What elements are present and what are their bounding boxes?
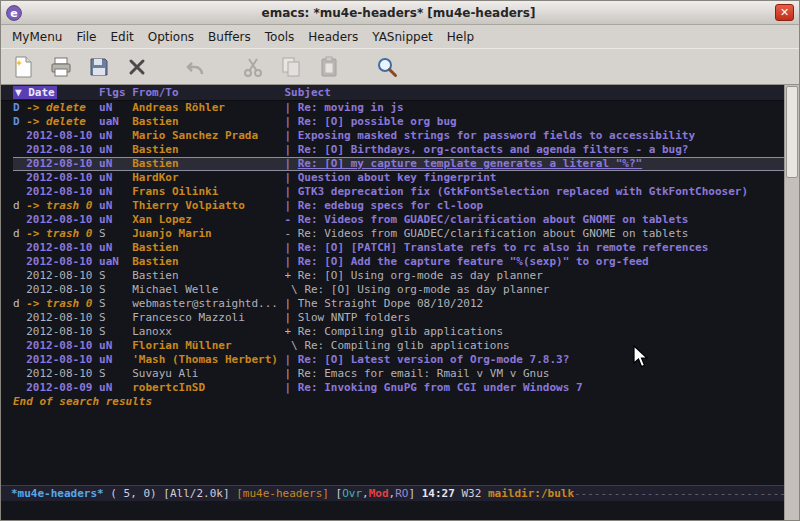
date-cell: 2012-08-10: [26, 185, 99, 199]
message-row[interactable]: 2012-08-09uNrobertcInSD| Re: Invoking Gn…: [13, 381, 784, 395]
menu-mymenu[interactable]: MyMenu: [5, 28, 69, 46]
headers-pane: ▼ Date Flgs From/To Subject D-> deleteuN…: [1, 85, 784, 485]
modeline-segment: Ovr: [342, 487, 362, 501]
save-button[interactable]: [85, 53, 113, 81]
date-cell: -> trash 0: [26, 297, 99, 311]
message-row[interactable]: 2012-08-10uNFlorian Müllner \ Re: Compil…: [13, 339, 784, 353]
message-row[interactable]: d-> trash 0Swebmaster@straightd...| The …: [13, 297, 784, 311]
mark-cell: d: [13, 227, 26, 241]
mark-cell: [13, 157, 26, 171]
message-row[interactable]: 2012-08-10uNFrans Oilinki| GTK3 deprecat…: [13, 185, 784, 199]
minibuffer[interactable]: [1, 501, 799, 520]
undo-icon: [183, 55, 207, 79]
message-row[interactable]: 2012-08-10uNBastien| Re: [O] [PATCH] Tra…: [13, 241, 784, 255]
print-button[interactable]: [47, 53, 75, 81]
mark-cell: [13, 171, 26, 185]
thread-separator: |: [285, 353, 298, 366]
column-header-flags[interactable]: Flgs: [99, 86, 132, 100]
cut-button[interactable]: [239, 53, 267, 81]
toolbar: [1, 48, 799, 85]
column-header-from[interactable]: From/To: [132, 86, 284, 100]
subject-text: Re: [O] Using org-mode as day planner: [304, 283, 549, 296]
message-row[interactable]: D-> deleteuaNBastien| Re: [O] possible o…: [13, 115, 784, 129]
message-row[interactable]: 2012-08-10uN'Mash (Thomas Herbert)| Re: …: [13, 353, 784, 367]
mark-cell: [13, 143, 26, 157]
message-row[interactable]: 2012-08-10SSuvayu Ali| Re: Emacs for ema…: [13, 367, 784, 381]
subject-text: Re: Emacs for email: Rmail v VM v Gnus: [298, 367, 550, 380]
message-row[interactable]: D-> deleteuNAndreas Röhler| Re: moving i…: [13, 101, 784, 115]
subject-cell: | Re: [O] Add the capture feature "%(sex…: [285, 255, 785, 269]
message-row[interactable]: 2012-08-10SLanoxx+ Re: Compiling glib ap…: [13, 325, 784, 339]
mark-cell: [13, 325, 26, 339]
flags-cell: uN: [99, 339, 132, 353]
message-row[interactable]: 2012-08-10SMichael Welle \ Re: [O] Using…: [13, 283, 784, 297]
message-row[interactable]: 2012-08-10SBastien+ Re: [O] Using org-mo…: [13, 269, 784, 283]
column-header-date[interactable]: ▼ Date: [13, 86, 99, 100]
message-row[interactable]: 2012-08-10uNBastien| Re: [O] my capture …: [13, 157, 784, 171]
menu-yasnippet[interactable]: YASnippet: [365, 28, 440, 46]
message-row[interactable]: d-> trash 0SJuanjo Marin- Re: Videos fro…: [13, 227, 784, 241]
subject-text: Re: Compiling glib applications: [298, 325, 503, 338]
flags-cell: uN: [99, 353, 132, 367]
date-cell: 2012-08-10: [26, 353, 99, 367]
menu-help[interactable]: Help: [440, 28, 481, 46]
close-window-button[interactable]: ✕: [775, 4, 794, 21]
date-cell: 2012-08-10: [26, 157, 99, 171]
subject-cell: | Re: [O] possible org bug: [285, 115, 785, 129]
end-of-results-text: End of search results: [1, 395, 784, 409]
subject-cell: | Re: [O] Birthdays, org-contacts and ag…: [285, 143, 785, 157]
thread-separator: |: [285, 115, 298, 128]
from-cell: Frans Oilinki: [132, 185, 284, 199]
scrollbar[interactable]: [784, 85, 799, 520]
message-row[interactable]: 2012-08-10uNMario Sanchez Prada| Exposin…: [13, 129, 784, 143]
flags-cell: S: [99, 283, 132, 297]
menu-buffers[interactable]: Buffers: [201, 28, 258, 46]
menu-options[interactable]: Options: [141, 28, 201, 46]
modeline-segment: Mod: [369, 487, 389, 501]
date-cell: -> trash 0: [26, 227, 99, 241]
mark-cell: d: [13, 297, 26, 311]
thread-separator: |: [285, 311, 298, 324]
subject-cell: \ Re: [O] Using org-mode as day planner: [285, 283, 785, 297]
mark-cell: [13, 283, 26, 297]
close-buffer-icon: [125, 55, 149, 79]
subject-cell: | Re: [O] my capture template generates …: [285, 157, 785, 171]
scrollbar-thumb[interactable]: [786, 86, 798, 178]
message-row[interactable]: 2012-08-10uNBastien| Re: [O] Birthdays, …: [13, 143, 784, 157]
menu-file[interactable]: File: [69, 28, 103, 46]
menu-bar: MyMenuFileEditOptionsBuffersToolsHeaders…: [1, 25, 799, 48]
subject-text: Exposing masked strings for password fie…: [298, 129, 695, 142]
search-button[interactable]: [373, 53, 401, 81]
mark-cell: [13, 353, 26, 367]
thread-separator: |: [285, 241, 298, 254]
subject-text: Question about key fingerprint: [298, 171, 497, 184]
message-row[interactable]: d-> trash 0uNThierry Volpiatto| Re: edeb…: [13, 199, 784, 213]
subject-text: Re: [O] my capture template generates a …: [298, 157, 642, 170]
subject-text: Re: Invoking GnuPG from CGI under Window…: [298, 381, 583, 394]
titlebar[interactable]: e emacs: *mu4e-headers* [mu4e-headers] ✕: [1, 1, 799, 25]
flags-cell: uN: [99, 143, 132, 157]
svg-text:e: e: [10, 7, 17, 20]
message-row[interactable]: 2012-08-10uNXan Lopez- Re: Videos from G…: [13, 213, 784, 227]
column-header-subject[interactable]: Subject: [285, 86, 331, 100]
flags-cell: S: [99, 311, 132, 325]
thread-separator: |: [285, 255, 298, 268]
thread-separator: |: [285, 101, 298, 114]
flags-cell: uaN: [99, 115, 132, 129]
from-cell: Francesco Mazzoli: [132, 311, 284, 325]
paste-button[interactable]: [315, 53, 343, 81]
message-list: D-> deleteuNAndreas Röhler| Re: moving i…: [1, 101, 784, 395]
message-row[interactable]: 2012-08-10uNHardKor| Question about key …: [13, 171, 784, 185]
message-row[interactable]: 2012-08-10SFrancesco Mazzoli| Slow NNTP …: [13, 311, 784, 325]
menu-tools[interactable]: Tools: [258, 28, 302, 46]
undo-button[interactable]: [181, 53, 209, 81]
subject-cell: | Slow NNTP folders: [285, 311, 785, 325]
message-row[interactable]: 2012-08-10uaNBastien| Re: [O] Add the ca…: [13, 255, 784, 269]
menu-headers[interactable]: Headers: [301, 28, 365, 46]
modeline-segment: RO: [395, 487, 408, 501]
copy-button[interactable]: [277, 53, 305, 81]
new-file-button[interactable]: [9, 53, 37, 81]
close-buffer-button[interactable]: [123, 53, 151, 81]
flags-cell: uN: [99, 185, 132, 199]
menu-edit[interactable]: Edit: [104, 28, 141, 46]
